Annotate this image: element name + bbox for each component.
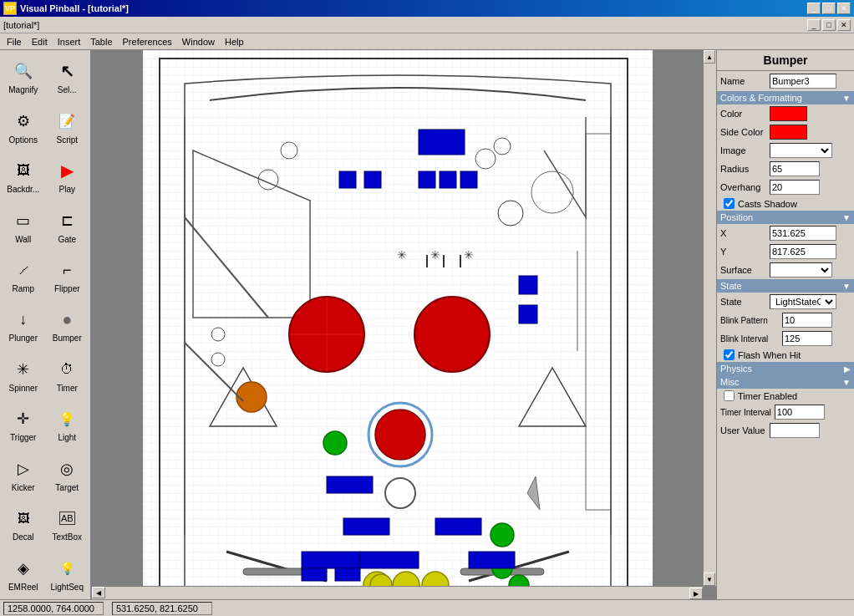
casts-shadow-checkbox[interactable] — [724, 198, 735, 209]
color-label: Color — [720, 109, 766, 119]
tool-light[interactable]: Light — [46, 400, 89, 448]
state-header[interactable]: State ▼ — [717, 279, 854, 293]
user-value-input[interactable] — [770, 423, 820, 438]
menu-insert[interactable]: Insert — [53, 35, 86, 48]
inner-minimize[interactable]: _ — [807, 19, 821, 31]
tool-kicker[interactable]: Kicker — [2, 450, 45, 498]
tool-backdrop-label: Backdr... — [7, 185, 39, 194]
overhang-label: Overhang — [720, 182, 766, 192]
x-input[interactable] — [770, 226, 836, 241]
side-color-swatch[interactable] — [770, 125, 807, 140]
blink-pattern-input[interactable] — [782, 313, 832, 328]
tool-gate[interactable]: Gate — [46, 201, 89, 249]
ramp-icon — [10, 257, 37, 283]
tool-wall[interactable]: Wall — [2, 201, 45, 249]
tool-play[interactable]: Play — [46, 151, 89, 200]
position-header[interactable]: Position ▼ — [717, 211, 854, 224]
menu-table[interactable]: Table — [85, 35, 117, 48]
tool-options[interactable]: Options — [2, 101, 45, 150]
flash-when-hit-checkbox[interactable] — [724, 349, 735, 360]
svg-rect-15 — [364, 171, 381, 188]
tool-spinner[interactable]: Spinner — [2, 350, 45, 399]
timer-enabled-label: Timer Enabled — [738, 391, 797, 401]
tool-plunger[interactable]: Plunger — [2, 300, 45, 349]
svg-point-12 — [375, 410, 425, 460]
menu-help[interactable]: Help — [220, 35, 249, 48]
scroll-left-button[interactable]: ◀ — [92, 587, 105, 598]
tool-target[interactable]: Target — [46, 450, 89, 498]
svg-point-41 — [385, 478, 415, 508]
tool-emreel[interactable]: EMReel — [2, 549, 45, 598]
inner-close[interactable]: ✕ — [837, 19, 851, 31]
scroll-right-button[interactable]: ▶ — [689, 588, 703, 599]
timer-interval-input[interactable] — [775, 405, 825, 420]
menu-window[interactable]: Window — [177, 35, 220, 48]
side-color-label: Side Color — [720, 127, 766, 137]
flipper-icon — [53, 257, 80, 283]
colors-formatting-expand-icon: ▼ — [842, 94, 851, 103]
scroll-up-button[interactable]: ▲ — [704, 50, 715, 64]
tool-flipper[interactable]: Flipper — [46, 251, 89, 299]
menu-edit[interactable]: Edit — [27, 35, 53, 48]
colors-formatting-label: Colors & Formatting — [720, 93, 802, 103]
backdrop-icon — [10, 157, 37, 184]
image-select[interactable] — [770, 143, 832, 158]
svg-rect-39 — [302, 568, 327, 581]
tool-textbox[interactable]: TextBox — [46, 499, 89, 547]
inner-restore[interactable]: □ — [822, 19, 836, 31]
tool-decal[interactable]: Decal — [2, 499, 45, 547]
status-coords1: 1258.0000, 764.0000 — [3, 602, 104, 615]
tool-lightseq[interactable]: LightSeq — [46, 549, 89, 598]
window-controls[interactable]: _ □ ✕ — [807, 3, 851, 14]
radius-input[interactable] — [770, 161, 820, 176]
close-button[interactable]: ✕ — [837, 3, 851, 14]
svg-text:✳: ✳ — [397, 248, 407, 262]
tool-backdrop[interactable]: Backdr... — [2, 151, 45, 200]
kicker-icon — [10, 456, 37, 482]
minimize-button[interactable]: _ — [807, 3, 821, 14]
state-label: State — [720, 297, 766, 307]
tool-timer[interactable]: Timer — [46, 350, 89, 399]
tool-gate-label: Gate — [58, 235, 76, 244]
tool-select-label: Sel... — [58, 85, 77, 94]
physics-expand-icon: ▶ — [844, 364, 851, 374]
menu-file[interactable]: File — [2, 35, 27, 48]
state-select[interactable]: LightStateOff LightStateOn LightStateBli… — [770, 294, 836, 309]
bumper-icon — [53, 306, 80, 333]
gate-icon — [53, 207, 80, 234]
scroll-down-button[interactable]: ▼ — [704, 573, 715, 586]
menu-preferences[interactable]: Preferences — [118, 35, 177, 48]
tool-play-label: Play — [59, 185, 75, 194]
tool-ramp[interactable]: Ramp — [2, 251, 45, 299]
emreel-icon — [10, 555, 37, 582]
physics-header[interactable]: Physics ▶ — [717, 362, 854, 375]
spinner-icon — [10, 356, 37, 383]
tool-trigger[interactable]: Trigger — [2, 400, 45, 448]
tool-wall-label: Wall — [15, 235, 31, 244]
state-expand-icon: ▼ — [842, 282, 851, 291]
misc-expand-icon: ▼ — [842, 378, 851, 387]
color-swatch[interactable] — [770, 106, 807, 121]
timer-interval-label: Timer Interval — [720, 408, 771, 417]
inner-title: [tutorial*] — [3, 20, 39, 30]
tool-script[interactable]: Script — [46, 101, 89, 150]
canvas-area[interactable]: ▲ ▼ ◀ ▶ — [92, 50, 716, 599]
surface-select[interactable] — [770, 262, 832, 277]
horizontal-scrollbar[interactable]: ◀ ▶ — [92, 586, 703, 599]
y-input[interactable] — [770, 244, 836, 259]
name-input[interactable] — [770, 74, 836, 89]
overhang-input[interactable] — [770, 180, 820, 195]
blink-interval-input[interactable] — [782, 331, 832, 346]
menu-bar: File Edit Insert Table Preferences Windo… — [0, 33, 854, 50]
casts-shadow-label: Casts Shadow — [738, 199, 797, 209]
tool-magnify[interactable]: Magnify — [2, 52, 45, 100]
svg-rect-16 — [419, 171, 435, 188]
restore-button[interactable]: □ — [822, 3, 836, 14]
timer-enabled-checkbox[interactable] — [724, 390, 735, 401]
pinball-table[interactable]: ✳ ✳ ✳ — [143, 50, 653, 586]
colors-formatting-header[interactable]: Colors & Formatting ▼ — [717, 91, 854, 104]
vertical-scrollbar[interactable]: ▲ ▼ — [703, 50, 716, 586]
tool-select[interactable]: Sel... — [46, 52, 89, 100]
misc-header[interactable]: Misc ▼ — [717, 375, 854, 389]
tool-bumper[interactable]: Bumper — [46, 300, 89, 349]
